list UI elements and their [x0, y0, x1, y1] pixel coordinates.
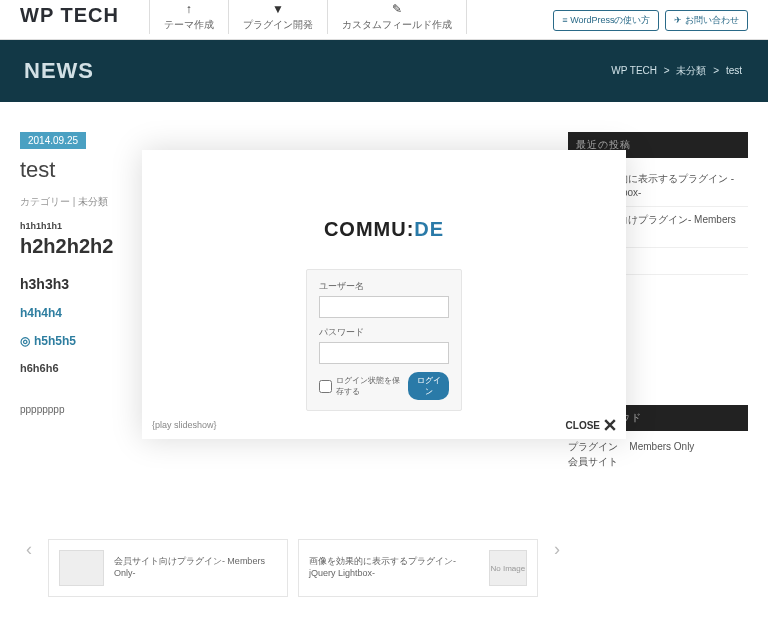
remember-label: ログイン状態を保存する	[336, 375, 404, 397]
close-icon	[604, 419, 616, 431]
play-slideshow-link[interactable]: {play slideshow}	[152, 420, 217, 430]
close-button[interactable]: CLOSE	[566, 419, 616, 431]
username-label: ユーザー名	[319, 280, 449, 293]
remember-checkbox[interactable]	[319, 380, 332, 393]
close-label: CLOSE	[566, 420, 600, 431]
modal-brand: COMMU:DE	[142, 150, 626, 269]
login-button[interactable]: ログイン	[408, 372, 449, 400]
remember-row: ログイン状態を保存する ログイン	[319, 372, 449, 400]
username-input[interactable]	[319, 296, 449, 318]
modal-footer: {play slideshow} CLOSE	[142, 419, 626, 431]
password-input[interactable]	[319, 342, 449, 364]
password-label: パスワード	[319, 326, 449, 339]
brand-a: COMMU:	[324, 218, 414, 240]
brand-b: DE	[414, 218, 444, 240]
login-modal: COMMU:DE ユーザー名 パスワード ログイン状態を保存する ログイン {p…	[142, 150, 626, 439]
login-form: ユーザー名 パスワード ログイン状態を保存する ログイン	[306, 269, 462, 411]
lightbox-overlay: COMMU:DE ユーザー名 パスワード ログイン状態を保存する ログイン {p…	[0, 0, 768, 617]
